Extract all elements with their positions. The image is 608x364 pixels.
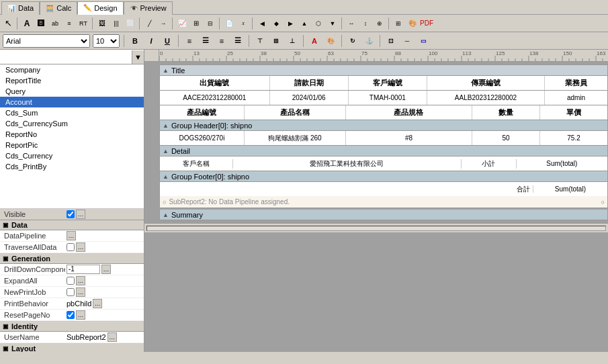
design-icon: ✏️ [83,4,91,11]
list-item-cds-sum[interactable]: Cds_Sum [0,107,144,118]
align-justify-format-button[interactable]: ☰ [231,34,245,48]
section-layout-label: Layout [11,345,36,353]
valign-bot-format-button[interactable]: ⊥ [286,34,299,48]
pdf-button[interactable]: PDF [420,17,433,30]
valign-mid-format-button[interactable]: ⊞ [269,34,283,48]
list-item-account[interactable]: Account [0,97,144,107]
visible-checkbox[interactable] [67,210,75,218]
newprintjob-dots-button[interactable]: … [76,287,85,297]
crosstab-tool-button[interactable]: ⊟ [204,17,217,30]
align-middle-button[interactable]: ⬡ [312,17,325,30]
component-dropdown: ▼ [0,50,144,64]
list-item-query[interactable]: Query [0,86,144,97]
memo-tool-button[interactable]: ≡ [62,17,76,30]
text-rotation-button[interactable]: ↻ [346,34,359,48]
align-right-button[interactable]: ▶ [284,17,297,30]
resetpageno-dots-button[interactable]: … [76,310,85,320]
equal-height-button[interactable]: ↕ [359,17,372,30]
text-anchor-button[interactable]: ⚓ [362,34,376,48]
chart-tool-button[interactable]: 📈 [175,17,189,30]
section-generation-header[interactable]: ▣ Generation [0,254,144,264]
list-item-scompany[interactable]: Scompany [0,64,144,75]
username-dots-button[interactable]: … [107,332,117,342]
bold-tool-button[interactable]: 🅱 [34,17,48,30]
traversealldata-checkbox[interactable] [67,243,75,251]
italic-format-button[interactable]: I [144,34,158,48]
text-tool-button[interactable]: A [20,17,34,30]
equal-width-button[interactable]: ↔ [345,17,358,30]
valign-top-format-button[interactable]: ⊤ [253,34,267,48]
align-bottom-button[interactable]: ▼ [326,17,339,30]
expandall-row: ExpandAll … [0,275,144,287]
bg-color-button[interactable]: 🎨 [324,34,337,48]
gd-cell-unitprice: 75.2 [540,131,607,145]
datapipeline-dots-button[interactable]: … [67,231,76,240]
font-size-select[interactable]: 10 [93,34,120,48]
format-sep-2 [178,35,179,47]
tab-preview[interactable]: 👁️ Preview [124,1,173,15]
list-item-reportno[interactable]: ReportNo [0,129,144,140]
equal-size-button[interactable]: ⊕ [373,17,386,30]
line-tool-button[interactable]: ╱ [142,17,156,30]
image-tool-button[interactable]: 🖼 [95,17,109,30]
border-button[interactable]: ⊡ [384,34,398,48]
border-color-button[interactable]: ▭ [417,34,430,48]
barcode-tool-button[interactable]: ||| [110,17,123,30]
expandall-checkbox[interactable] [67,277,75,285]
tab-design[interactable]: ✏️ Design [77,1,123,15]
font-family-select[interactable]: Arial [3,34,90,48]
title-section-band: ▲ Title [159,64,608,75]
drilldown-input[interactable] [67,265,100,274]
shape-tool-button[interactable]: ⬜ [124,17,137,30]
traversealldata-dots-button[interactable]: … [76,242,85,252]
select-tool-button[interactable]: ↖ [1,17,15,30]
horizontal-scrollbar[interactable] [144,223,608,232]
list-item-reportpic[interactable]: ReportPic [0,140,144,150]
richtext-tool-button[interactable]: RT [77,17,90,30]
printbehavior-row: PrintBehavior pbChild … [0,298,144,310]
arrow-tool-button[interactable]: → [157,17,170,30]
underline-format-button[interactable]: U [161,34,174,48]
field-tool-button[interactable]: ab [48,17,62,30]
section-data-header[interactable]: ▣ Data [0,220,144,230]
gd-cell-productname: 狗尾螺絲割滿 260 [245,131,346,145]
list-item-reporttitle[interactable]: ReportTitle [0,75,144,86]
align-center-format-button[interactable]: ☰ [199,34,212,48]
section-layout-header[interactable]: ▣ Layout [0,344,144,353]
drilldown-dots-button[interactable]: … [101,265,111,274]
component-list[interactable]: Scompany ReportTitle Query Account Cds_S… [0,64,144,209]
align-left-button[interactable]: ◀ [255,17,269,30]
border-style-button[interactable]: ─ [400,34,414,48]
newprintjob-checkbox[interactable] [67,288,75,296]
resetpageno-checkbox[interactable] [67,311,75,319]
datapipeline-value: … [65,231,142,240]
tab-calc[interactable]: 🧮 Calc [40,1,77,15]
main-area: ▼ Scompany ReportTitle Query Account Cds… [0,50,608,352]
tab-data[interactable]: 📊 Data [1,1,40,15]
list-item-cds-printby[interactable]: Cds_PrintBy [0,161,144,172]
align-left-format-button[interactable]: ≡ [183,34,196,48]
visible-dots-button[interactable]: … [76,210,85,219]
design-canvas-area[interactable]: ▲ Title 出貨編號 請款日期 客戶編號 傳票編號 業務員 AACE2023… [144,50,608,352]
component-dropdown-button[interactable]: ▼ [132,50,144,64]
align-right-format-button[interactable]: ≡ [215,34,228,48]
resetpageno-row: ResetPageNo … [0,310,144,321]
variable-tool-button[interactable]: 𝑥 [236,17,250,30]
printbehavior-dots-button[interactable]: … [93,299,102,308]
table-tool-button[interactable]: ⊞ [189,17,203,30]
subreport-tool-button[interactable]: 📄 [222,17,236,30]
color-button[interactable]: 🎨 [406,17,419,30]
component-search-input[interactable] [0,50,132,64]
tab-calc-label: Calc [56,4,71,12]
expandall-dots-button[interactable]: … [76,276,85,285]
section-identity-header[interactable]: ▣ Identity [0,322,144,332]
align-center-button[interactable]: ◆ [269,17,283,30]
value-cell-ticket: AALB202312280002 [427,91,545,105]
generation-expander-icon: ▣ [3,255,9,262]
font-color-button[interactable]: A [308,34,321,48]
bold-format-button[interactable]: B [128,34,142,48]
align-top-button[interactable]: ▲ [298,17,311,30]
grid-button[interactable]: ⊞ [392,17,405,30]
list-item-cds-currencysum[interactable]: Cds_CurrencySum [0,118,144,129]
list-item-cds-currency[interactable]: Cds_Currency [0,150,144,161]
